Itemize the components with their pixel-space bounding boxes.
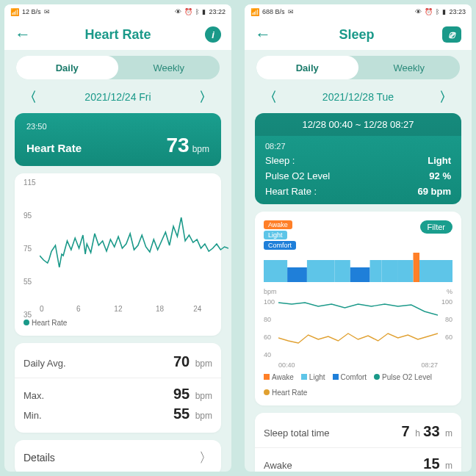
svg-rect-9: [419, 260, 452, 282]
svg-rect-2: [307, 260, 334, 282]
max-label: Max.: [24, 390, 44, 401]
svg-rect-6: [382, 260, 397, 282]
date-label[interactable]: 2021/12/24 Fri: [84, 91, 151, 103]
sleep-value: Light: [428, 155, 451, 166]
yl: 80: [264, 316, 271, 323]
yr: 100: [441, 298, 452, 306]
hero-value: 73: [167, 134, 190, 156]
y-tick: 55: [24, 278, 32, 286]
tab-daily[interactable]: Daily: [256, 56, 358, 79]
avg-value: 70: [173, 353, 190, 369]
pill-comfort: Comfort: [264, 241, 296, 250]
total-label: Sleep total time: [264, 428, 330, 439]
clock: 23:23: [449, 8, 466, 15]
sleep-badge-icon[interactable]: ⎚: [442, 26, 461, 43]
page-title: Heart Rate: [31, 27, 205, 43]
awake-label: Awake: [264, 460, 292, 471]
sleep-hero: 12/28 00:40 ~ 12/28 08:27 08:27 Sleep :L…: [255, 113, 461, 204]
tab-weekly[interactable]: Weekly: [118, 56, 220, 79]
sleep-legend: Awake Light Comfort Pulse O2 Level Heart…: [264, 373, 452, 397]
max-value: 95: [173, 386, 190, 402]
bluetooth-icon: ᛒ: [436, 8, 439, 15]
svg-rect-3: [334, 260, 350, 282]
totals-card: Sleep total time 7 h 33 m Awake 15 m Lig…: [255, 413, 461, 472]
pct-unit: %: [447, 288, 452, 295]
details-row[interactable]: Details 〉: [15, 440, 221, 472]
eye-icon: 👁: [415, 8, 422, 15]
pill-light: Light: [264, 231, 287, 239]
bpm-unit: bpm: [264, 288, 277, 295]
stage-legend: Awake Light Comfort: [264, 220, 420, 250]
info-icon[interactable]: i: [205, 26, 221, 43]
hr-chart[interactable]: 115 95 75 55 35 0 6 12 18 24: [24, 182, 212, 314]
hero-unit: bpm: [192, 144, 209, 154]
next-day-icon[interactable]: 〉: [439, 88, 452, 106]
wifi-icon: 📶: [250, 8, 259, 16]
battery-icon: ▮: [442, 8, 446, 15]
alarm-icon: ⏰: [425, 8, 433, 15]
date-nav: 〈 2021/12/28 Tue 〉: [245, 84, 472, 113]
clock: 23:22: [209, 8, 226, 15]
y-tick: 95: [24, 212, 32, 220]
o2-value: 92 %: [429, 170, 451, 181]
tab-daily[interactable]: Daily: [16, 56, 118, 79]
eye-icon: 👁: [175, 8, 181, 15]
volte-icon: ✉: [44, 8, 50, 15]
o2-label: Pulse O2 Level: [265, 170, 330, 181]
total-h: 7: [402, 423, 410, 439]
yr: 80: [445, 316, 452, 323]
date-label[interactable]: 2021/12/28 Tue: [322, 91, 394, 103]
sleep-label: Sleep :: [265, 155, 295, 166]
hero-time: 23:50: [26, 122, 209, 131]
header: ← Sleep ⎚: [245, 19, 472, 50]
x-start: 00:40: [278, 361, 295, 369]
min-value: 55: [173, 405, 190, 422]
battery-icon: ▮: [202, 8, 206, 15]
o2-hr-chart[interactable]: bpm % 100 80 60 40 100 80 60 00:40 08:27: [264, 288, 452, 369]
volte-icon: ✉: [288, 8, 294, 15]
svg-rect-0: [264, 260, 287, 282]
net-speed: 12 B/s: [22, 8, 41, 15]
back-icon[interactable]: ←: [15, 25, 31, 44]
y-tick: 75: [24, 245, 32, 253]
date-nav: 〈 2021/12/24 Fri 〉: [4, 84, 231, 113]
status-bar: 📶 688 B/s ✉ 👁 ⏰ ᛒ ▮ 23:23: [245, 4, 472, 19]
bluetooth-icon: ᛒ: [195, 8, 199, 15]
svg-rect-1: [287, 267, 307, 282]
legend-hr: Heart Rate: [32, 319, 67, 327]
svg-rect-7: [413, 253, 419, 282]
total-m: 33: [423, 423, 439, 439]
yr: 60: [445, 333, 452, 341]
tab-group: Daily Weekly: [256, 56, 460, 79]
sleep-range: 12/28 00:40 ~ 12/28 08:27: [255, 113, 461, 136]
tab-weekly[interactable]: Weekly: [358, 56, 461, 79]
svg-rect-4: [350, 267, 370, 282]
x-tick: 6: [76, 305, 81, 313]
hero-label: Heart Rate: [26, 142, 82, 154]
tab-group: Daily Weekly: [16, 56, 220, 79]
details-label: Details: [24, 452, 55, 464]
x-tick: 24: [193, 305, 201, 313]
status-bar: 📶 12 B/s ✉ 👁 ⏰ ᛒ ▮ 23:22: [4, 4, 231, 19]
back-icon[interactable]: ←: [255, 25, 271, 44]
prev-day-icon[interactable]: 〈: [24, 88, 37, 106]
min-label: Min.: [24, 410, 42, 421]
yl: 100: [264, 298, 275, 306]
hr-chart-card: 115 95 75 55 35 0 6 12 18 24 Heart Rate: [15, 173, 221, 336]
x-tick: 18: [156, 305, 164, 313]
screen-sleep: 📶 688 B/s ✉ 👁 ⏰ ᛒ ▮ 23:23 ← Sleep ⎚ Dail…: [245, 4, 472, 472]
prev-day-icon[interactable]: 〈: [264, 88, 277, 106]
x-end: 08:27: [421, 361, 438, 369]
svg-rect-5: [370, 260, 382, 282]
sleep-sample-time: 08:27: [265, 142, 451, 151]
alarm-icon: ⏰: [184, 8, 192, 15]
pill-awake: Awake: [264, 220, 292, 229]
filter-button[interactable]: Filter: [420, 220, 452, 234]
yl: 40: [264, 351, 271, 358]
x-tick: 0: [40, 305, 44, 313]
stage-bars[interactable]: [264, 253, 452, 282]
hero-card: 23:50 Heart Rate 73bpm: [15, 113, 221, 166]
y-tick: 35: [24, 311, 32, 319]
chevron-right-icon: 〉: [199, 449, 212, 466]
next-day-icon[interactable]: 〉: [199, 88, 212, 106]
